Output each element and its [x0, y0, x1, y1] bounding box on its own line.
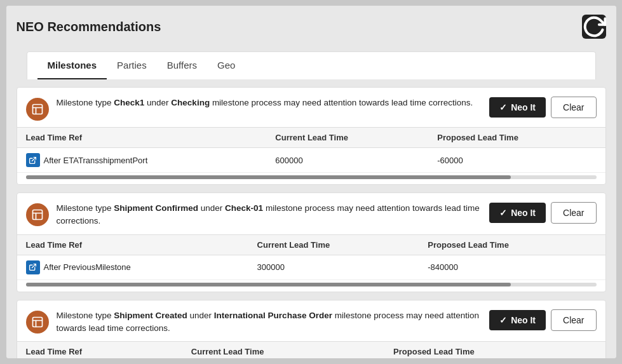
recommendation-card-2: Milestone type Shipment Confirmed under … — [17, 192, 606, 292]
card-2-header: Milestone type Shipment Confirmed under … — [17, 193, 605, 234]
clear-button-1[interactable]: Clear — [551, 97, 596, 118]
svg-rect-0 — [32, 105, 42, 114]
col-lead-time-ref-1: Lead Time Ref — [17, 128, 267, 148]
card-3-table: Lead Time Ref Current Lead Time Proposed… — [17, 341, 605, 358]
card-3-header: Milestone type Shipment Created under In… — [17, 300, 605, 342]
recommendation-card-3: Milestone type Shipment Created under In… — [17, 300, 606, 359]
cell-proposed: -60000 — [428, 148, 605, 173]
row-edit-icon — [26, 153, 40, 167]
card-2-actions: Neo It Clear — [489, 202, 596, 224]
header: NEO Recommendations — [6, 6, 616, 39]
tab-buffers[interactable]: Buffers — [157, 52, 207, 80]
neo-it-button-1[interactable]: Neo It — [489, 97, 546, 118]
clear-button-3[interactable]: Clear — [551, 309, 596, 331]
card-1-actions: Neo It Clear — [489, 97, 596, 118]
col-proposed-lead-time-3: Proposed Lead Time — [384, 342, 605, 359]
card-3-description: Milestone type Shipment Created under In… — [57, 309, 482, 335]
card-1-description: Milestone type Check1 under Checking mil… — [57, 97, 482, 109]
card-3-actions: Neo It Clear — [489, 309, 596, 331]
page-title: NEO Recommendations — [17, 20, 161, 34]
card-1-table: Lead Time Ref Current Lead Time Proposed… — [17, 127, 605, 173]
card-3-icon — [26, 311, 49, 334]
col-proposed-lead-time-1: Proposed Lead Time — [428, 128, 605, 148]
svg-rect-4 — [32, 210, 42, 220]
scrollbar-track-2 — [26, 283, 597, 286]
scrollbar-thumb-1 — [26, 175, 511, 179]
scrollbar-thumb-2 — [26, 283, 511, 286]
recommendation-card-1: Milestone type Check1 under Checking mil… — [17, 87, 606, 185]
col-current-lead-time-2: Current Lead Time — [248, 234, 419, 255]
tabs-bar: Milestones Parties Buffers Geo — [27, 51, 596, 79]
col-proposed-lead-time-2: Proposed Lead Time — [419, 234, 605, 255]
cell-ref: After ETATransshipmentPort — [17, 148, 267, 173]
cell-current: 600000 — [266, 148, 428, 173]
card-1-header: Milestone type Check1 under Checking mil… — [17, 88, 605, 127]
card-2-icon — [26, 203, 49, 226]
tab-geo[interactable]: Geo — [207, 52, 245, 80]
table-row: After PreviousMilestone 300000 -840000 — [17, 255, 605, 280]
tab-parties[interactable]: Parties — [107, 52, 157, 80]
svg-line-7 — [32, 264, 36, 268]
cell-current-2: 300000 — [248, 255, 419, 280]
table-row: After ETATransshipmentPort 600000 -60000 — [17, 148, 605, 173]
row-edit-icon-2 — [26, 260, 40, 274]
main-panel: NEO Recommendations Milestones Parties B… — [6, 6, 616, 358]
col-lead-time-ref-2: Lead Time Ref — [17, 234, 248, 255]
neo-it-button-2[interactable]: Neo It — [489, 203, 546, 223]
clear-button-2[interactable]: Clear — [551, 202, 596, 224]
card-2-table: Lead Time Ref Current Lead Time Proposed… — [17, 234, 605, 280]
refresh-button[interactable] — [582, 15, 606, 39]
content-area: Milestone type Check1 under Checking mil… — [6, 79, 616, 358]
svg-rect-8 — [32, 317, 42, 327]
scrollbar-track-1 — [26, 175, 597, 179]
svg-line-3 — [32, 157, 36, 161]
card-2-description: Milestone type Shipment Confirmed under … — [57, 202, 482, 228]
neo-it-button-3[interactable]: Neo It — [489, 310, 546, 330]
cell-proposed-2: -840000 — [419, 255, 605, 280]
cell-ref: After PreviousMilestone — [17, 255, 248, 280]
col-current-lead-time-3: Current Lead Time — [182, 342, 384, 359]
tab-milestones[interactable]: Milestones — [37, 52, 107, 80]
col-current-lead-time-1: Current Lead Time — [266, 128, 428, 148]
card-1-icon — [26, 98, 49, 121]
col-lead-time-ref-3: Lead Time Ref — [17, 342, 182, 359]
